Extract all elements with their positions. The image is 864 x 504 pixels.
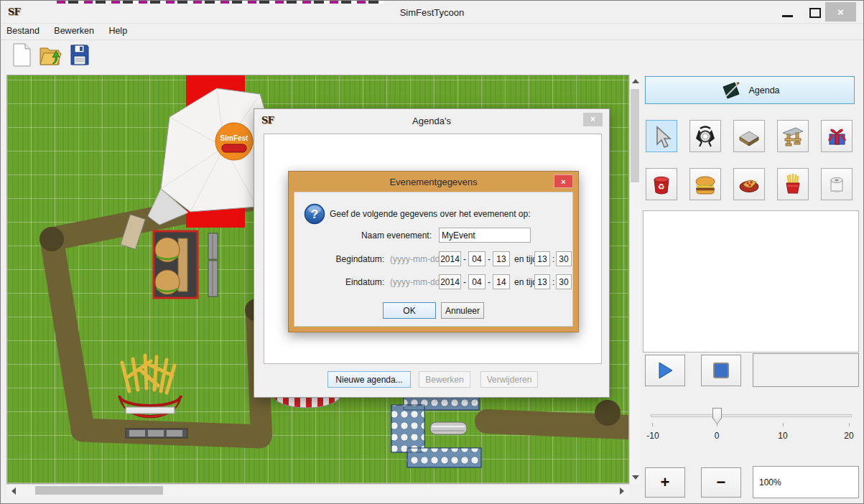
new-agenda-button[interactable]: Nieuwe agenda... xyxy=(328,371,411,388)
path-tile-icon xyxy=(737,125,761,148)
time-separator: : xyxy=(552,254,554,264)
gift-icon xyxy=(825,125,848,148)
date-separator: - xyxy=(488,254,491,264)
slider-label: 0 xyxy=(706,431,728,441)
event-name-label: Naam evenement: xyxy=(361,230,432,241)
open-file-button[interactable] xyxy=(38,42,61,68)
time-separator: : xyxy=(552,277,554,287)
menu-bar: Bestand Bewerken Help xyxy=(1,23,863,40)
event-name-input[interactable] xyxy=(439,228,531,243)
fries-stand[interactable] xyxy=(119,355,181,418)
zoom-in-button[interactable]: + xyxy=(645,467,685,498)
start-month-input[interactable] xyxy=(468,251,486,266)
scroll-down-icon[interactable] xyxy=(632,475,639,480)
tool-toilet-paper[interactable] xyxy=(821,168,853,200)
minimize-button[interactable] xyxy=(782,15,793,17)
end-month-input[interactable] xyxy=(468,274,486,289)
vertical-scrollbar-thumb[interactable] xyxy=(631,89,639,182)
background-window-artifact xyxy=(57,1,384,4)
event-prompt: Geef de volgende gegevens over het eveme… xyxy=(330,209,531,219)
save-floppy-icon xyxy=(68,42,91,68)
date-separator: - xyxy=(488,277,491,287)
path-knot[interactable] xyxy=(40,227,64,251)
benches[interactable] xyxy=(208,233,218,297)
fries-icon xyxy=(781,173,804,196)
start-day-input[interactable] xyxy=(493,251,510,266)
play-button[interactable] xyxy=(645,355,685,386)
tool-fries[interactable] xyxy=(777,168,809,200)
agenda-dialog-close-button[interactable]: × xyxy=(583,113,603,126)
delete-agenda-button[interactable]: Verwijderen xyxy=(480,371,538,388)
tool-gift[interactable] xyxy=(821,120,853,152)
speed-slider-thumb-face[interactable] xyxy=(713,409,721,424)
new-file-button[interactable] xyxy=(11,42,34,68)
end-year-input[interactable] xyxy=(439,274,461,289)
tool-burger[interactable] xyxy=(689,168,721,200)
edit-agenda-button[interactable]: Bewerken xyxy=(419,371,470,388)
tool-spotlight[interactable] xyxy=(689,120,721,152)
agenda-notebook-icon xyxy=(720,81,741,100)
spotlight-icon xyxy=(694,125,717,148)
status-panel xyxy=(753,353,859,387)
bench[interactable] xyxy=(126,429,187,438)
start-date-hint: (yyyy-mm-dd) xyxy=(390,254,442,264)
save-button[interactable] xyxy=(68,42,91,68)
end-hour-input[interactable] xyxy=(534,274,550,289)
zoom-level-box[interactable]: 100% xyxy=(753,466,859,498)
tent-logo-text: SimFest xyxy=(220,134,249,142)
svg-text:?: ? xyxy=(311,207,318,221)
path-knot[interactable] xyxy=(595,400,621,426)
trash-bin-icon: ♻ xyxy=(650,173,673,196)
burger-icon xyxy=(694,174,717,195)
event-dialog: Evenementgegevens × ? Geef de volgende g… xyxy=(288,171,579,332)
pizza-icon xyxy=(737,174,761,195)
slider-label: 10 xyxy=(772,431,794,441)
slider-tick xyxy=(849,423,850,426)
stop-button[interactable] xyxy=(701,355,741,386)
end-day-input[interactable] xyxy=(493,274,510,289)
agenda-button-label: Agenda xyxy=(748,85,779,95)
menu-bestand[interactable]: Bestand xyxy=(1,24,45,36)
menu-help[interactable]: Help xyxy=(103,24,133,36)
agenda-dialog-title: Agenda's xyxy=(254,116,609,126)
stop-icon xyxy=(712,362,730,379)
slider-label: -10 xyxy=(642,431,664,441)
scroll-left-icon[interactable] xyxy=(11,487,16,495)
slider-tick xyxy=(652,423,653,426)
window-title: SimFestTycoon xyxy=(1,7,863,18)
date-separator: - xyxy=(463,254,466,264)
tool-trash-bin[interactable]: ♻ xyxy=(646,168,677,200)
maximize-button[interactable] xyxy=(809,8,821,18)
ok-button[interactable]: OK xyxy=(383,302,436,319)
app-window: SF SimFestTycoon × Bestand Bewerken Help xyxy=(0,0,864,504)
start-hour-input[interactable] xyxy=(534,251,550,266)
date-separator: - xyxy=(463,277,466,287)
scroll-right-icon[interactable] xyxy=(620,487,624,495)
speed-slider-track[interactable] xyxy=(651,414,852,417)
tool-path-tile[interactable] xyxy=(733,120,765,152)
cancel-button[interactable]: Annuleer xyxy=(441,302,484,319)
burger-stand[interactable] xyxy=(154,231,198,298)
help-icon: ? xyxy=(303,202,326,225)
start-year-input[interactable] xyxy=(439,251,461,266)
event-dialog-close-button[interactable]: × xyxy=(554,174,573,188)
agenda-button[interactable]: Agenda xyxy=(645,76,855,104)
event-dialog-body: ? Geef de volgende gegevens over het eve… xyxy=(294,192,573,327)
end-minute-input[interactable] xyxy=(556,274,572,289)
cylinder-bench[interactable] xyxy=(430,422,467,434)
tool-select-cursor[interactable] xyxy=(646,120,677,152)
minus-icon: − xyxy=(717,473,726,492)
zoom-out-button[interactable]: − xyxy=(701,467,741,498)
menu-bewerken[interactable]: Bewerken xyxy=(48,24,100,36)
scroll-up-icon[interactable] xyxy=(632,79,639,83)
svg-text:♻: ♻ xyxy=(658,182,665,192)
end-date-hint: (yyyy-mm-dd) xyxy=(390,277,442,287)
zoom-level-value: 100% xyxy=(759,477,781,487)
horizontal-scrollbar-thumb[interactable] xyxy=(35,486,163,495)
close-button[interactable]: × xyxy=(825,2,856,22)
start-minute-input[interactable] xyxy=(556,251,572,266)
open-folder-icon xyxy=(38,42,62,68)
end-date-label: Eindatum: xyxy=(345,277,384,287)
tool-pizza[interactable] xyxy=(733,168,765,200)
tool-scaffold-stage[interactable] xyxy=(777,120,809,152)
